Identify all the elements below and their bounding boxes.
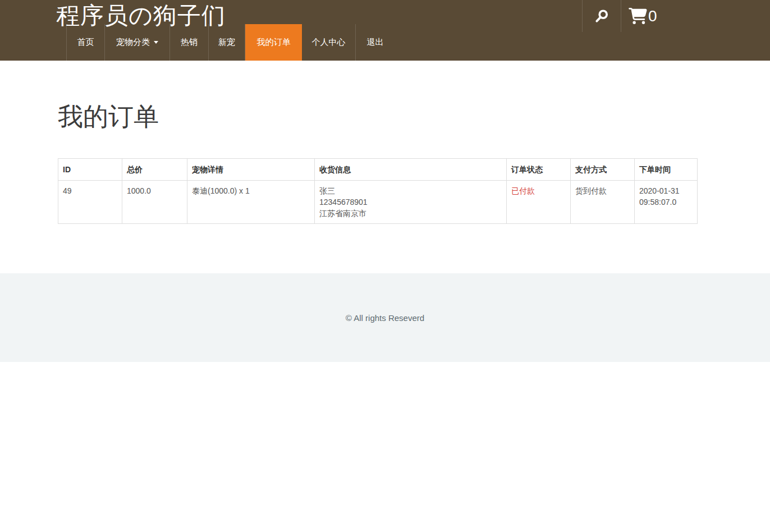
shipping-phone: 12345678901 — [319, 196, 502, 208]
copyright-text: © All rights Reseverd — [346, 313, 424, 323]
orders-table: ID 总价 宠物详情 收货信息 订单状态 支付方式 下单时间 49 1000.0… — [58, 158, 698, 224]
column-header-payment: 支付方式 — [571, 158, 635, 180]
status-badge: 已付款 — [511, 186, 535, 195]
order-row: 49 1000.0 泰迪(1000.0) x 1 张三 12345678901 … — [58, 180, 698, 223]
column-header-shipping: 收货信息 — [315, 158, 507, 180]
column-header-id: ID — [58, 158, 122, 180]
nav-item-pet-categories[interactable]: 宠物分类 — [105, 24, 170, 61]
shopping-cart-icon — [629, 8, 647, 24]
order-total-cell: 1000.0 — [122, 180, 187, 223]
column-header-status: 订单状态 — [507, 158, 571, 180]
site-header: 程序员の狗子们 0 首页 宠物分类 — [0, 0, 770, 61]
shipping-name: 张三 — [319, 185, 502, 196]
order-id-cell: 49 — [58, 180, 122, 223]
order-payment-cell: 货到付款 — [571, 180, 635, 223]
site-footer: © All rights Reseverd — [0, 273, 770, 362]
order-detail-cell: 泰迪(1000.0) x 1 — [187, 180, 315, 223]
page-title: 我的订单 — [58, 61, 697, 131]
cart-count-badge: 0 — [648, 8, 657, 24]
chevron-down-icon — [154, 41, 158, 44]
nav-item-home[interactable]: 首页 — [66, 24, 105, 61]
column-header-total: 总价 — [122, 158, 187, 180]
order-time-cell: 2020-01-31 09:58:07.0 — [635, 180, 698, 223]
nav-item-hot[interactable]: 热销 — [170, 24, 209, 61]
nav-item-new[interactable]: 新宠 — [209, 24, 245, 61]
nav-item-my-orders[interactable]: 我的订单 — [245, 24, 302, 61]
order-status-cell: 已付款 — [507, 180, 571, 223]
cart-button[interactable]: 0 — [621, 0, 657, 32]
search-icon — [594, 9, 609, 24]
order-shipping-cell: 张三 12345678901 江苏省南京市 — [315, 180, 507, 223]
nav-item-logout[interactable]: 退出 — [356, 24, 395, 61]
table-header-row: ID 总价 宠物详情 收货信息 订单状态 支付方式 下单时间 — [58, 158, 698, 180]
column-header-time: 下单时间 — [635, 158, 698, 180]
main-nav: 首页 宠物分类 热销 新宠 我的订单 个人中心 退出 — [66, 24, 395, 61]
main-content: 我的订单 ID 总价 宠物详情 收货信息 订单状态 支付方式 下单时间 — [0, 61, 770, 273]
search-button[interactable] — [582, 0, 621, 32]
shipping-address: 江苏省南京市 — [319, 208, 502, 219]
header-actions: 0 — [582, 0, 657, 32]
nav-item-profile[interactable]: 个人中心 — [302, 24, 356, 61]
column-header-detail: 宠物详情 — [187, 158, 315, 180]
